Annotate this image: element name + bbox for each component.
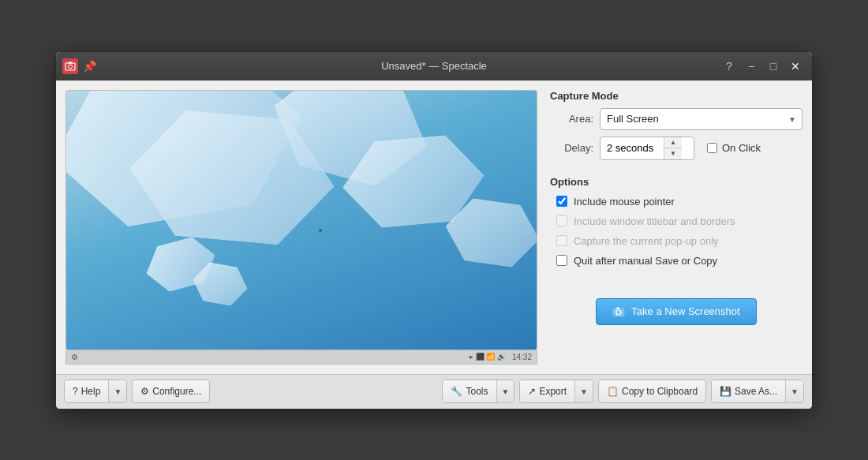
popup-checkbox[interactable] bbox=[556, 235, 567, 246]
tools-dropdown-button[interactable]: ▼ bbox=[496, 380, 514, 402]
svg-rect-5 bbox=[616, 307, 619, 309]
configure-icon: ⚙ bbox=[140, 386, 149, 397]
tools-button-group: 🔧 Tools ▼ bbox=[442, 380, 514, 403]
options-checkboxes: Include mouse pointer Include window tit… bbox=[550, 194, 803, 268]
tools-label: Tools bbox=[466, 386, 488, 397]
save-as-button[interactable]: 💾 Save As... bbox=[712, 380, 785, 402]
quit-checkbox[interactable] bbox=[556, 255, 567, 266]
tools-icon: 🔧 bbox=[451, 386, 462, 397]
app-window: 📌 Unsaved* — Spectacle ? − □ ✕ bbox=[55, 51, 813, 410]
help-icon: ? bbox=[73, 386, 78, 397]
help-dropdown-button[interactable]: ▼ bbox=[108, 380, 126, 402]
minimize-button[interactable]: − bbox=[741, 56, 761, 77]
spin-down-button[interactable]: ▼ bbox=[664, 148, 682, 159]
spinbox-buttons: ▲ ▼ bbox=[664, 137, 682, 159]
copy-to-clipboard-button[interactable]: 📋 Copy to Clipboard bbox=[598, 380, 706, 403]
window-controls: ? − □ ✕ bbox=[719, 56, 806, 77]
statusbar-left: ⚙ bbox=[71, 353, 78, 361]
mouse-pointer-row: Include mouse pointer bbox=[556, 194, 803, 209]
right-panel: Capture Mode Area: Full Screen Current S… bbox=[550, 90, 803, 365]
configure-button[interactable]: ⚙ Configure... bbox=[132, 380, 210, 403]
export-label: Export bbox=[539, 386, 567, 397]
take-screenshot-label: Take a New Screenshot bbox=[631, 305, 739, 317]
export-button-group: ↗ Export ▼ bbox=[519, 380, 593, 403]
mouse-pointer-checkbox[interactable] bbox=[556, 196, 567, 207]
titlebar-checkbox[interactable] bbox=[556, 215, 567, 226]
preview-statusbar: ⚙ ▸ ⬛ 📶 🔊 14:32 bbox=[65, 350, 537, 365]
help-titlebar-button[interactable]: ? bbox=[719, 56, 739, 77]
bottom-toolbar: ? Help ▼ ⚙ Configure... 🔧 Tools ▼ ↗ Expo… bbox=[56, 374, 812, 409]
configure-label: Configure... bbox=[152, 386, 201, 397]
help-button-group: ? Help ▼ bbox=[64, 380, 127, 403]
save-as-button-group: 💾 Save As... ▼ bbox=[711, 380, 804, 403]
quit-label[interactable]: Quit after manual Save or Copy bbox=[574, 255, 717, 267]
preview-area: ⚙ ▸ ⬛ 📶 🔊 14:32 bbox=[65, 90, 537, 365]
area-row: Area: Full Screen Current Screen Active … bbox=[550, 108, 803, 130]
titlebar-row: Include window titlebar and borders bbox=[556, 214, 803, 229]
titlebar-label: Include window titlebar and borders bbox=[574, 215, 735, 227]
area-select[interactable]: Full Screen Current Screen Active Window… bbox=[600, 108, 803, 130]
delay-spinbox: ▲ ▼ bbox=[600, 137, 694, 160]
close-button[interactable]: ✕ bbox=[785, 56, 806, 77]
save-dropdown-button[interactable]: ▼ bbox=[785, 380, 803, 402]
spectacle-icon bbox=[62, 58, 78, 74]
export-dropdown-button[interactable]: ▼ bbox=[574, 380, 593, 402]
export-button[interactable]: ↗ Export bbox=[520, 380, 574, 402]
on-click-label[interactable]: On Click bbox=[722, 142, 761, 154]
area-select-wrapper: Full Screen Current Screen Active Window… bbox=[600, 108, 803, 130]
quit-row: Quit after manual Save or Copy bbox=[556, 253, 803, 268]
main-content: ⚙ ▸ ⬛ 📶 🔊 14:32 Capture Mode Area: Full … bbox=[56, 80, 812, 374]
clipboard-icon: 📋 bbox=[607, 386, 619, 397]
screenshot-preview bbox=[65, 90, 537, 350]
options-section: Options Include mouse pointer Include wi… bbox=[550, 176, 803, 273]
window-title: Unsaved* — Spectacle bbox=[381, 60, 487, 72]
on-click-wrapper: On Click bbox=[707, 142, 761, 154]
svg-rect-0 bbox=[65, 63, 75, 70]
tools-button[interactable]: 🔧 Tools bbox=[443, 380, 496, 402]
popup-row: Capture the current pop-up only bbox=[556, 234, 803, 249]
on-click-checkbox[interactable] bbox=[707, 143, 717, 153]
camera-icon bbox=[612, 305, 625, 318]
take-screenshot-button[interactable]: Take a New Screenshot bbox=[596, 298, 756, 325]
statusbar-time: 14:32 bbox=[512, 353, 532, 361]
help-label: Help bbox=[81, 386, 101, 397]
help-button[interactable]: ? Help bbox=[65, 380, 108, 402]
maximize-button[interactable]: □ bbox=[763, 56, 784, 77]
titlebar: 📌 Unsaved* — Spectacle ? − □ ✕ bbox=[56, 52, 812, 80]
save-as-label: Save As... bbox=[735, 386, 777, 397]
svg-rect-2 bbox=[68, 62, 73, 63]
popup-label: Capture the current pop-up only bbox=[574, 235, 719, 247]
area-label: Area: bbox=[550, 113, 593, 125]
save-icon: 💾 bbox=[720, 386, 731, 397]
copy-label: Copy to Clipboard bbox=[622, 386, 698, 397]
delay-input[interactable] bbox=[600, 137, 664, 159]
delay-label: Delay: bbox=[550, 142, 593, 154]
svg-point-1 bbox=[69, 65, 73, 69]
capture-mode-section: Capture Mode Area: Full Screen Current S… bbox=[550, 90, 803, 166]
capture-mode-title: Capture Mode bbox=[550, 90, 803, 102]
mouse-pointer-label[interactable]: Include mouse pointer bbox=[574, 196, 675, 208]
options-title: Options bbox=[550, 176, 803, 188]
export-icon: ↗ bbox=[528, 386, 536, 397]
spin-up-button[interactable]: ▲ bbox=[664, 137, 682, 148]
pin-icon[interactable]: 📌 bbox=[83, 60, 96, 73]
delay-row: Delay: ▲ ▼ On Click bbox=[550, 137, 803, 160]
